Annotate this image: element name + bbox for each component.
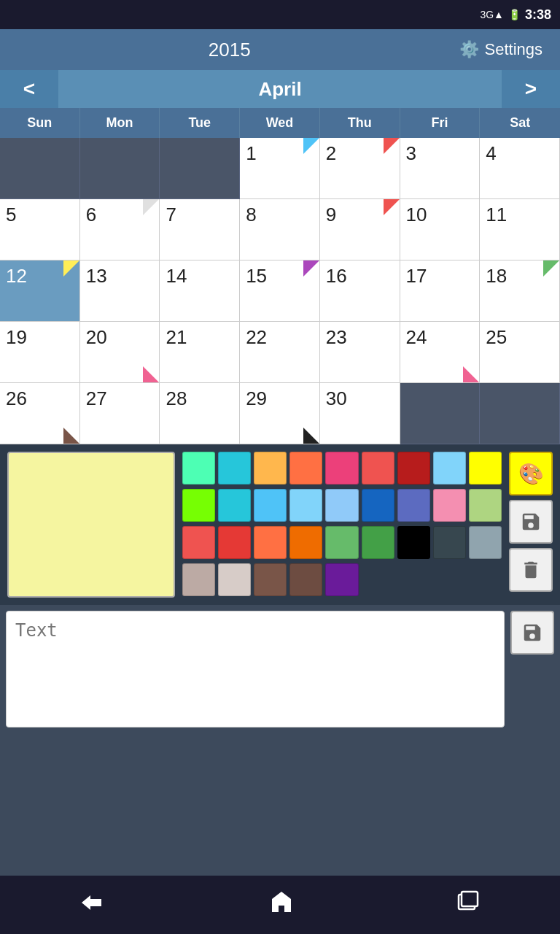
nav-bar — [0, 876, 560, 934]
color-swatches — [182, 452, 502, 598]
color-swatch-18[interactable] — [182, 526, 215, 559]
calendar-day-22[interactable]: 22 — [240, 322, 320, 383]
color-swatch-14[interactable] — [362, 489, 394, 522]
calendar-day-24[interactable]: 24 — [400, 322, 481, 383]
color-swatch-28[interactable] — [218, 563, 251, 596]
calendar-day-3[interactable]: 3 — [400, 138, 481, 199]
time-display: 3:38 — [525, 7, 551, 23]
calendar-day-28[interactable]: 28 — [160, 383, 240, 444]
color-swatch-6[interactable] — [397, 452, 430, 485]
color-swatch-25[interactable] — [433, 526, 466, 559]
calendar-day-6[interactable]: 6 — [80, 199, 160, 260]
color-swatch-15[interactable] — [397, 489, 430, 522]
corner-mark-top-right — [303, 138, 319, 154]
calendar-day-17[interactable]: 17 — [400, 260, 481, 322]
color-swatch-16[interactable] — [433, 489, 466, 522]
recents-button[interactable] — [432, 881, 502, 929]
day-number: 12 — [6, 265, 27, 287]
corner-mark-top-right — [543, 260, 559, 277]
color-swatch-19[interactable] — [218, 526, 251, 559]
color-swatch-17[interactable] — [469, 489, 502, 522]
month-title: April — [58, 78, 502, 101]
calendar-day-9[interactable]: 9 — [320, 199, 400, 260]
save-color-button[interactable] — [509, 500, 553, 544]
color-swatch-9[interactable] — [182, 489, 215, 522]
color-swatch-3[interactable] — [289, 452, 322, 485]
calendar-day-23[interactable]: 23 — [320, 322, 400, 383]
color-swatch-13[interactable] — [325, 489, 358, 522]
calendar-day-14[interactable]: 14 — [160, 260, 240, 322]
calendar-day-16[interactable]: 16 — [320, 260, 400, 322]
palette-button[interactable]: 🎨 — [509, 452, 553, 495]
color-swatch-29[interactable] — [254, 563, 287, 596]
dow-cell-sat: Sat — [480, 108, 560, 138]
color-swatch-1[interactable] — [218, 452, 251, 485]
corner-mark-top-right — [384, 199, 400, 215]
calendar-day-1[interactable]: 1 — [240, 138, 320, 199]
calendar-day-27[interactable]: 27 — [80, 383, 160, 444]
calendar-day-21[interactable]: 21 — [160, 322, 240, 383]
corner-mark-bottom-right — [143, 366, 159, 382]
calendar-day-10[interactable]: 10 — [400, 199, 481, 260]
calendar-day-29[interactable]: 29 — [240, 383, 320, 444]
color-swatch-31[interactable] — [325, 563, 358, 596]
day-number: 27 — [86, 387, 107, 409]
color-swatch-4[interactable] — [325, 452, 358, 485]
color-swatch-27[interactable] — [182, 563, 215, 596]
note-text-input[interactable] — [6, 611, 505, 727]
settings-button[interactable]: ⚙️ Settings — [451, 36, 552, 63]
calendar-day-empty-1 — [80, 138, 160, 199]
calendar-day-7[interactable]: 7 — [160, 199, 240, 260]
calendar-day-25[interactable]: 25 — [480, 322, 560, 383]
color-swatch-7[interactable] — [433, 452, 466, 485]
color-panel: 🎨 — [0, 444, 560, 605]
calendar-day-15[interactable]: 15 — [240, 260, 320, 322]
corner-mark-bottom-right — [463, 366, 479, 382]
day-number: 18 — [486, 265, 507, 287]
delete-button[interactable] — [509, 548, 553, 592]
dow-cell-wed: Wed — [240, 108, 320, 138]
color-swatch-12[interactable] — [289, 489, 322, 522]
day-number: 13 — [86, 265, 107, 287]
dow-cell-thu: Thu — [320, 108, 400, 138]
home-button[interactable] — [246, 881, 316, 929]
calendar-day-19[interactable]: 19 — [0, 322, 80, 383]
color-preview[interactable] — [7, 452, 175, 598]
calendar-day-5[interactable]: 5 — [0, 199, 80, 260]
color-swatch-2[interactable] — [254, 452, 287, 485]
calendar-day-11[interactable]: 11 — [480, 199, 560, 260]
color-swatch-0[interactable] — [182, 452, 215, 485]
color-swatch-24[interactable] — [397, 526, 430, 559]
next-month-button[interactable]: > — [502, 70, 560, 108]
calendar-day-13[interactable]: 13 — [80, 260, 160, 322]
calendar-day-2[interactable]: 2 — [320, 138, 400, 199]
calendar-day-8[interactable]: 8 — [240, 199, 320, 260]
calendar-day-20[interactable]: 20 — [80, 322, 160, 383]
color-swatch-26[interactable] — [469, 526, 502, 559]
calendar-day-26[interactable]: 26 — [0, 383, 80, 444]
dow-cell-sun: Sun — [0, 108, 80, 138]
signal-icon: 3G▲ — [480, 9, 504, 20]
calendar-day-4[interactable]: 4 — [480, 138, 560, 199]
color-swatch-21[interactable] — [289, 526, 322, 559]
color-swatch-30[interactable] — [289, 563, 322, 596]
calendar-day-30[interactable]: 30 — [320, 383, 400, 444]
color-swatch-5[interactable] — [362, 452, 394, 485]
day-number: 7 — [166, 204, 176, 225]
color-swatch-20[interactable] — [254, 526, 287, 559]
color-swatch-8[interactable] — [469, 452, 502, 485]
gear-icon: ⚙️ — [459, 40, 479, 59]
save-text-button[interactable] — [510, 611, 554, 655]
prev-month-button[interactable]: < — [0, 70, 58, 108]
color-swatch-23[interactable] — [362, 526, 394, 559]
back-button[interactable] — [58, 882, 131, 927]
color-swatch-10[interactable] — [218, 489, 251, 522]
day-number: 5 — [6, 204, 16, 225]
color-swatch-11[interactable] — [254, 489, 287, 522]
calendar-day-18[interactable]: 18 — [480, 260, 560, 322]
calendar-day-12[interactable]: 12 — [0, 260, 80, 322]
calendar-grid: 1234567891011121314151617181920212223242… — [0, 138, 560, 444]
calendar-day-empty-0 — [0, 138, 80, 199]
day-of-week-header: SunMonTueWedThuFriSat — [0, 108, 560, 138]
color-swatch-22[interactable] — [325, 526, 358, 559]
